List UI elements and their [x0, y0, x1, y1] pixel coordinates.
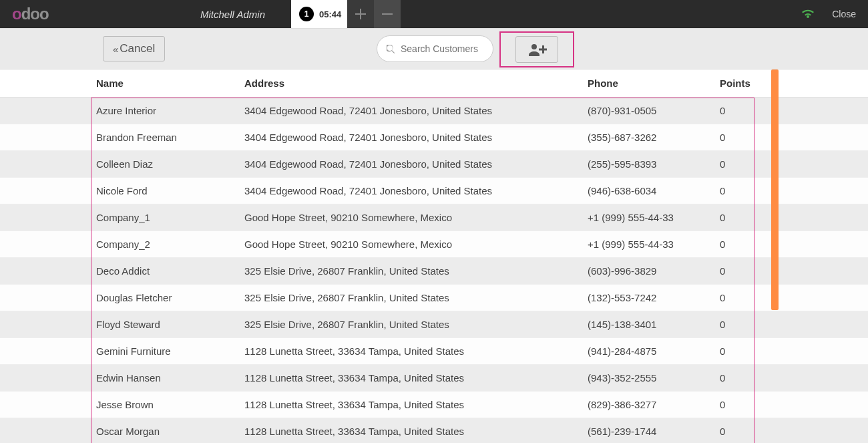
- minus-icon: [382, 9, 393, 19]
- cell-address: 325 Elsie Drive, 26807 Franklin, United …: [244, 292, 588, 303]
- cell-name: Brandon Freeman: [96, 132, 244, 143]
- order-number-badge: 1: [299, 7, 314, 21]
- cell-name: Gemini Furniture: [96, 345, 244, 357]
- toolbar: « Cancel: [0, 28, 868, 69]
- cell-address: 1128 Lunetta Street, 33634 Tampa, United…: [244, 399, 588, 410]
- table-row[interactable]: Company_1Good Hope Street, 90210 Somewhe…: [0, 204, 868, 231]
- cell-points: 0: [720, 185, 760, 196]
- cell-address: 1128 Lunetta Street, 33634 Tampa, United…: [244, 372, 588, 384]
- cell-name: Jesse Brown: [96, 399, 244, 410]
- cell-name: Edwin Hansen: [96, 372, 244, 384]
- annotation-highlight: [499, 31, 574, 67]
- table-row[interactable]: Douglas Fletcher325 Elsie Drive, 26807 F…: [0, 285, 868, 311]
- close-button[interactable]: Close: [832, 9, 856, 19]
- topbar: odoo Mitchell Admin 1 05:44 Close: [0, 0, 868, 28]
- cell-name: Floyd Steward: [96, 319, 244, 330]
- cell-points: 0: [720, 426, 760, 437]
- cell-address: 325 Elsie Drive, 26807 Franklin, United …: [244, 319, 588, 330]
- cell-points: 0: [720, 265, 760, 277]
- cell-phone: (603)-996-3829: [588, 265, 720, 277]
- cell-points: 0: [720, 239, 760, 250]
- cell-address: 3404 Edgewood Road, 72401 Jonesboro, Uni…: [244, 185, 588, 196]
- cell-phone: (829)-386-3277: [588, 399, 720, 410]
- cell-phone: (870)-931-0505: [588, 105, 720, 116]
- table-row[interactable]: Azure Interior3404 Edgewood Road, 72401 …: [0, 98, 868, 124]
- header-points: Points: [720, 78, 760, 89]
- cell-phone: +1 (999) 555-44-33: [588, 239, 720, 250]
- cell-name: Azure Interior: [96, 105, 244, 116]
- odoo-logo: odoo: [12, 5, 49, 23]
- cell-address: 1128 Lunetta Street, 33634 Tampa, United…: [244, 345, 588, 357]
- table-row[interactable]: Oscar Morgan1128 Lunetta Street, 33634 T…: [0, 418, 868, 443]
- order-tab[interactable]: 1 05:44: [291, 0, 349, 28]
- remove-order-button[interactable]: [374, 0, 401, 28]
- cell-name: Company_2: [96, 239, 244, 250]
- cell-points: 0: [720, 158, 760, 170]
- cell-phone: (946)-638-6034: [588, 185, 720, 196]
- cell-points: 0: [720, 345, 760, 357]
- cell-phone: (355)-687-3262: [588, 132, 720, 143]
- chevron-left-icon: «: [113, 43, 116, 55]
- cell-phone: (132)-553-7242: [588, 292, 720, 303]
- table-header: Name Address Phone Points: [0, 69, 868, 98]
- table-row[interactable]: Edwin Hansen1128 Lunetta Street, 33634 T…: [0, 365, 868, 392]
- cell-phone: (255)-595-8393: [588, 158, 720, 170]
- table-row[interactable]: Jesse Brown1128 Lunetta Street, 33634 Ta…: [0, 392, 868, 418]
- table-row[interactable]: Brandon Freeman3404 Edgewood Road, 72401…: [0, 124, 868, 151]
- wifi-icon: [801, 9, 815, 19]
- cell-points: 0: [720, 319, 760, 330]
- cell-points: 0: [720, 212, 760, 223]
- plus-icon: [355, 9, 366, 19]
- cancel-button[interactable]: « Cancel: [103, 36, 165, 61]
- cell-name: Colleen Diaz: [96, 158, 244, 170]
- cell-address: 3404 Edgewood Road, 72401 Jonesboro, Uni…: [244, 132, 588, 143]
- table-row[interactable]: Nicole Ford3404 Edgewood Road, 72401 Jon…: [0, 178, 868, 204]
- cell-phone: (145)-138-3401: [588, 319, 720, 330]
- search-container[interactable]: [377, 35, 493, 62]
- table-row[interactable]: Deco Addict325 Elsie Drive, 26807 Frankl…: [0, 258, 868, 285]
- cell-name: Nicole Ford: [96, 185, 244, 196]
- header-phone: Phone: [588, 78, 720, 89]
- cell-phone: (943)-352-2555: [588, 372, 720, 384]
- cell-points: 0: [720, 132, 760, 143]
- cell-address: 3404 Edgewood Road, 72401 Jonesboro, Uni…: [244, 158, 588, 170]
- cell-points: 0: [720, 399, 760, 410]
- add-customer-button[interactable]: [515, 36, 558, 63]
- order-time: 05:44: [319, 9, 341, 19]
- cell-address: 1128 Lunetta Street, 33634 Tampa, United…: [244, 426, 588, 437]
- cell-address: 325 Elsie Drive, 26807 Franklin, United …: [244, 265, 588, 277]
- customer-list: Name Address Phone Points Azure Interior…: [0, 69, 868, 443]
- cell-name: Deco Addict: [96, 265, 244, 277]
- cell-address: 3404 Edgewood Road, 72401 Jonesboro, Uni…: [244, 105, 588, 116]
- cell-name: Douglas Fletcher: [96, 292, 244, 303]
- cell-points: 0: [720, 372, 760, 384]
- table-row[interactable]: Company_2Good Hope Street, 90210 Somewhe…: [0, 231, 868, 258]
- table-row[interactable]: Floyd Steward325 Elsie Drive, 26807 Fran…: [0, 311, 868, 338]
- user-name: Mitchell Admin: [200, 9, 265, 20]
- cell-points: 0: [720, 292, 760, 303]
- table-row[interactable]: Gemini Furniture1128 Lunetta Street, 336…: [0, 338, 868, 365]
- cell-address: Good Hope Street, 90210 Somewhere, Mexic…: [244, 212, 588, 223]
- cell-phone: +1 (999) 555-44-33: [588, 212, 720, 223]
- cell-name: Company_1: [96, 212, 244, 223]
- search-input[interactable]: [401, 43, 481, 54]
- cell-points: 0: [720, 105, 760, 116]
- table-row[interactable]: Colleen Diaz3404 Edgewood Road, 72401 Jo…: [0, 151, 868, 178]
- header-address: Address: [244, 78, 588, 89]
- cell-address: Good Hope Street, 90210 Somewhere, Mexic…: [244, 239, 588, 250]
- search-icon: [387, 45, 395, 53]
- cell-name: Oscar Morgan: [96, 426, 244, 437]
- cancel-label: Cancel: [120, 42, 155, 55]
- user-plus-icon: [527, 43, 547, 56]
- scrollbar[interactable]: [771, 69, 779, 310]
- header-name: Name: [96, 78, 244, 89]
- new-order-button[interactable]: [347, 0, 374, 28]
- cell-phone: (561)-239-1744: [588, 426, 720, 437]
- cell-phone: (941)-284-4875: [588, 345, 720, 357]
